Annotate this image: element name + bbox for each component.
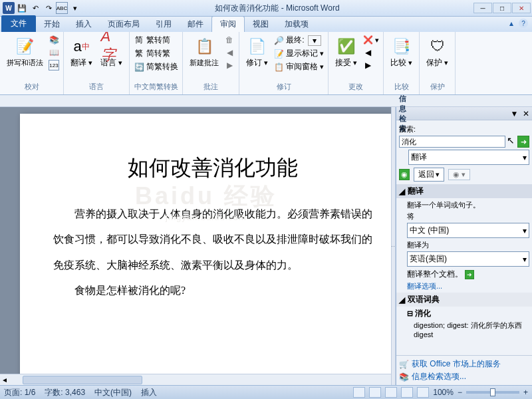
back-button[interactable]: 返回 ▾ bbox=[414, 168, 444, 182]
prev-comment-button: ◀ bbox=[224, 47, 235, 58]
reject-button[interactable]: ❌▾ bbox=[362, 35, 379, 45]
to-traditional-button[interactable]: 繁简转繁 bbox=[134, 48, 178, 59]
spellcheck-icon[interactable]: ABC bbox=[56, 2, 68, 14]
window-title: 如何改善消化功能 - Microsoft Word bbox=[81, 3, 473, 14]
draft-view-button[interactable] bbox=[417, 387, 429, 398]
cursor-icon: ↖ bbox=[507, 135, 515, 147]
pane-body: 搜索: ↖ ➜ 翻译▾ ◉ 返回 ▾ ◉ ▾ ◢翻译 翻译一个单词或句子。 将 … bbox=[396, 120, 532, 355]
pane-footer: 🛒获取 Office 市场上的服务 📚信息检索选项... bbox=[396, 355, 532, 385]
ruler[interactable] bbox=[0, 95, 532, 107]
zoom-out-button[interactable]: − bbox=[458, 388, 462, 397]
protect-button[interactable]: 🛡保护 ▾ bbox=[424, 35, 451, 68]
word-app-icon[interactable]: W bbox=[3, 2, 15, 14]
track-changes-button[interactable]: 📄修订 ▾ bbox=[243, 35, 271, 68]
group-language: a中翻译 ▾ A字语言 ▾ 语言 bbox=[64, 32, 130, 94]
help-icon[interactable]: ? bbox=[519, 19, 528, 28]
wordcount-button[interactable]: 123 bbox=[49, 60, 59, 70]
translate-section-header[interactable]: ◢翻译 bbox=[396, 184, 532, 198]
minimize-button[interactable]: ─ bbox=[473, 3, 492, 13]
zoom-in-button[interactable]: + bbox=[523, 388, 528, 397]
group-compare: 📑比较 ▾ 比较 bbox=[384, 32, 420, 94]
document-title[interactable]: 如何改善消化功能 bbox=[53, 154, 372, 183]
insert-mode[interactable]: 插入 bbox=[141, 387, 157, 398]
thesaurus-button[interactable]: 📖 bbox=[49, 47, 59, 58]
ribbon-tabs: 文件 开始 插入 页面布局 引用 邮件 审阅 视图 加载项 ▴ ? bbox=[0, 17, 532, 32]
group-tracking: 📄修订 ▾ 🔎最终: ▾ 📝显示标记 ▾ 📋审阅窗格 ▾ 修订 bbox=[239, 32, 329, 94]
language-button[interactable]: A字语言 ▾ bbox=[98, 35, 125, 68]
from-language-combo[interactable]: 中文 (中国)▾ bbox=[407, 223, 529, 238]
forward-button[interactable]: ◉ ▾ bbox=[448, 169, 470, 180]
to-simplified-button[interactable]: 简繁转简 bbox=[134, 35, 178, 46]
tab-home[interactable]: 开始 bbox=[36, 17, 68, 32]
accept-button[interactable]: ✅接受 ▾ bbox=[332, 35, 360, 68]
market-icon: 🛒 bbox=[399, 360, 409, 369]
tab-insert[interactable]: 插入 bbox=[68, 17, 100, 32]
undo-icon[interactable]: ↶ bbox=[29, 2, 41, 14]
tab-references[interactable]: 引用 bbox=[148, 17, 180, 32]
zoom-slider[interactable] bbox=[466, 391, 519, 394]
fullscreen-view-button[interactable] bbox=[369, 387, 381, 398]
document-paragraph[interactable]: 营养的摄入取决于人体自身的消化吸收能力。必须营养素错误的饮食习惯，都可以导致消化… bbox=[53, 201, 372, 278]
horizontal-scrollbar[interactable]: ◂ bbox=[0, 374, 391, 385]
reviewing-pane-button[interactable]: 📋审阅窗格 ▾ bbox=[273, 61, 324, 72]
back-nav-button[interactable]: ◉ bbox=[399, 169, 410, 180]
search-scope-combo[interactable]: 翻译▾ bbox=[408, 150, 529, 165]
search-go-button[interactable]: ➜ bbox=[517, 136, 529, 148]
search-input[interactable] bbox=[399, 136, 505, 148]
translate-options-link[interactable]: 翻译选项... bbox=[399, 281, 529, 291]
tab-mailings[interactable]: 邮件 bbox=[180, 17, 211, 32]
outline-view-button[interactable] bbox=[401, 387, 413, 398]
collapse-icon: ◢ bbox=[399, 295, 405, 305]
research-options-link[interactable]: 📚信息检索选项... bbox=[399, 370, 529, 383]
web-view-button[interactable] bbox=[385, 387, 397, 398]
save-icon[interactable]: 💾 bbox=[16, 2, 28, 14]
tab-view[interactable]: 视图 bbox=[245, 17, 277, 32]
page[interactable]: Baidu 经验 jingyan.baidu.com 如何改善消化功能 营养的摄… bbox=[20, 114, 391, 385]
collapse-icon: ◢ bbox=[399, 187, 405, 196]
next-change-button[interactable]: ▶ bbox=[362, 60, 379, 70]
dict-result: digestion; digest: 消化所学的东西 digest bbox=[399, 321, 529, 339]
research-button[interactable]: 📚 bbox=[49, 35, 59, 45]
window-controls: ─ □ ✕ bbox=[473, 3, 532, 13]
quick-access-toolbar: W 💾 ↶ ↷ ABC ▾ bbox=[0, 2, 81, 14]
pane-resize-handle[interactable]: ⋮ bbox=[391, 107, 396, 385]
spelling-button[interactable]: 📝拼写和语法 bbox=[4, 35, 46, 68]
tab-addins[interactable]: 加载项 bbox=[277, 17, 317, 32]
statusbar: 页面: 1/6 字数: 3,463 中文(中国) 插入 100% − + bbox=[0, 385, 532, 399]
conversion-button[interactable]: 🔄简繁转换 bbox=[134, 61, 178, 72]
word-count[interactable]: 字数: 3,463 bbox=[45, 387, 85, 398]
group-comments: 📋新建批注 🗑 ◀ ▶ 批注 bbox=[183, 32, 239, 94]
prev-change-button[interactable]: ◀ bbox=[362, 47, 379, 58]
group-chinese-conversion: 简繁转简 繁简转繁 🔄简繁转换 中文简繁转换 bbox=[130, 32, 183, 94]
show-markup-button[interactable]: 📝显示标记 ▾ bbox=[273, 48, 324, 59]
new-comment-button[interactable]: 📋新建批注 bbox=[187, 35, 221, 68]
translate-hint: 翻译一个单词或句子。 bbox=[399, 200, 529, 210]
close-button[interactable]: ✕ bbox=[512, 3, 531, 13]
page-indicator[interactable]: 页面: 1/6 bbox=[4, 387, 35, 398]
dictionary-section-header[interactable]: ◢双语词典 bbox=[396, 293, 532, 307]
to-language-combo[interactable]: 英语(美国)▾ bbox=[407, 251, 529, 267]
compare-button[interactable]: 📑比较 ▾ bbox=[388, 35, 415, 68]
language-indicator[interactable]: 中文(中国) bbox=[94, 387, 132, 398]
zoom-level[interactable]: 100% bbox=[433, 388, 454, 397]
translate-button[interactable]: a中翻译 ▾ bbox=[68, 35, 95, 68]
group-protect: 🛡保护 ▾ 保护 bbox=[420, 32, 456, 94]
minimize-ribbon-icon[interactable]: ▴ bbox=[509, 19, 513, 28]
to-label: 翻译为 bbox=[399, 240, 529, 250]
tab-layout[interactable]: 页面布局 bbox=[100, 17, 148, 32]
group-proofing: 📝拼写和语法 📚 📖 123 校对 bbox=[0, 32, 64, 94]
maximize-button[interactable]: □ bbox=[493, 3, 511, 13]
display-mode-combo[interactable]: 🔎最终: ▾ bbox=[273, 35, 324, 46]
print-layout-view-button[interactable] bbox=[353, 387, 365, 398]
document-paragraph[interactable]: 食物是怎样被消化的呢? bbox=[53, 278, 372, 303]
pane-dropdown-icon[interactable]: ▼ bbox=[510, 109, 518, 118]
translate-doc-button[interactable]: ➜ bbox=[465, 270, 474, 279]
redo-icon[interactable]: ↷ bbox=[43, 2, 55, 14]
tab-review[interactable]: 审阅 bbox=[211, 16, 245, 32]
qat-dropdown-icon[interactable]: ▾ bbox=[69, 2, 81, 14]
office-market-link[interactable]: 🛒获取 Office 市场上的服务 bbox=[399, 358, 529, 370]
file-tab[interactable]: 文件 bbox=[1, 15, 36, 32]
document-area[interactable]: Baidu 经验 jingyan.baidu.com 如何改善消化功能 营养的摄… bbox=[0, 107, 391, 385]
pane-close-icon[interactable]: ✕ bbox=[523, 109, 529, 118]
ribbon: 📝拼写和语法 📚 📖 123 校对 a中翻译 ▾ A字语言 ▾ 语言 简繁转简 … bbox=[0, 32, 532, 95]
